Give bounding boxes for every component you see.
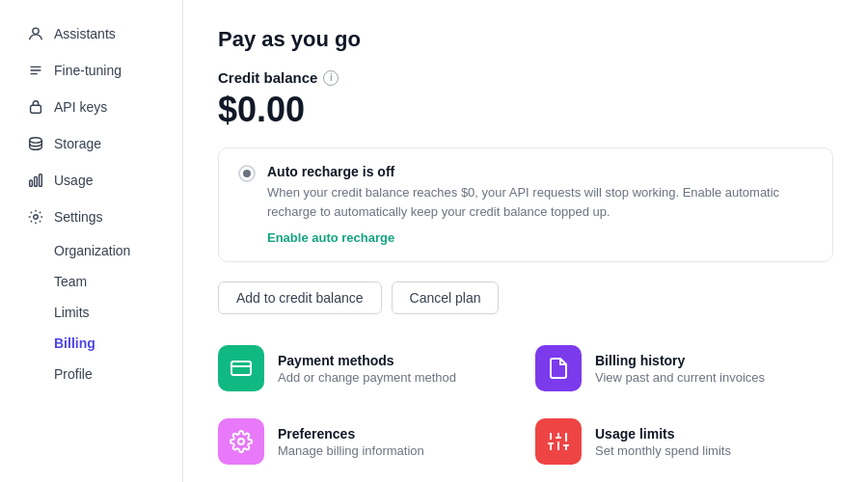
sidebar: Assistants Fine-tuning API keys Storage — [0, 0, 183, 482]
credit-label: Credit balance i — [218, 69, 833, 86]
sidebar-sub-item-team[interactable]: Team — [8, 267, 175, 296]
svg-point-8 — [238, 439, 244, 444]
sub-item-label: Team — [54, 274, 87, 289]
preferences-desc: Manage billing information — [278, 443, 424, 458]
recharge-description: When your credit balance reaches $0, you… — [267, 183, 813, 221]
sub-item-label: Billing — [54, 335, 95, 351]
payment-methods-text: Payment methods Add or change payment me… — [278, 353, 456, 385]
svg-rect-7 — [231, 362, 251, 375]
credit-section: Credit balance i $0.00 — [218, 69, 833, 130]
api-keys-icon — [27, 98, 44, 116]
sidebar-sub-item-organization[interactable]: Organization — [8, 236, 175, 265]
enable-auto-recharge-link[interactable]: Enable auto recharge — [267, 230, 394, 245]
assistants-icon — [27, 25, 44, 42]
sub-item-label: Organization — [54, 243, 130, 258]
usage-icon — [27, 172, 44, 189]
preferences-icon — [218, 418, 264, 465]
billing-history-card[interactable]: Billing history View past and current in… — [535, 341, 833, 395]
info-icon[interactable]: i — [323, 70, 339, 86]
svg-point-6 — [34, 215, 39, 220]
sidebar-sub-item-profile[interactable]: Profile — [8, 360, 175, 388]
sidebar-item-label: Settings — [54, 209, 103, 225]
sidebar-item-label: Usage — [54, 173, 93, 188]
credit-amount: $0.00 — [218, 90, 833, 130]
sidebar-item-assistants[interactable]: Assistants — [8, 16, 175, 51]
usage-limits-title: Usage limits — [595, 426, 731, 442]
recharge-notice: Auto recharge is off When your credit ba… — [218, 147, 833, 262]
fine-tuning-icon — [27, 62, 44, 79]
sidebar-sub-item-limits[interactable]: Limits — [8, 298, 175, 327]
radio-inner — [243, 170, 251, 177]
billing-history-desc: View past and current invoices — [595, 370, 765, 385]
usage-limits-text: Usage limits Set monthly spend limits — [595, 426, 731, 458]
sidebar-item-usage[interactable]: Usage — [8, 163, 175, 198]
svg-rect-4 — [35, 176, 38, 186]
sidebar-item-label: Storage — [54, 136, 101, 151]
usage-limits-card[interactable]: Usage limits Set monthly spend limits — [535, 415, 833, 469]
billing-history-text: Billing history View past and current in… — [595, 353, 765, 385]
action-buttons: Add to credit balance Cancel plan — [218, 281, 833, 314]
preferences-card[interactable]: Preferences Manage billing information — [218, 415, 516, 469]
sidebar-item-label: Fine-tuning — [54, 63, 122, 78]
page-title: Pay as you go — [218, 27, 833, 52]
svg-rect-1 — [31, 105, 41, 113]
add-credit-button[interactable]: Add to credit balance — [218, 281, 382, 314]
payment-methods-icon — [218, 345, 264, 391]
billing-history-title: Billing history — [595, 353, 765, 368]
sub-item-label: Limits — [54, 305, 90, 320]
sidebar-sub-item-billing[interactable]: Billing — [8, 329, 175, 358]
recharge-radio[interactable] — [238, 165, 256, 182]
usage-limits-icon — [535, 418, 582, 465]
svg-rect-5 — [40, 174, 42, 187]
preferences-title: Preferences — [278, 426, 424, 442]
storage-icon — [27, 135, 44, 152]
sidebar-item-settings[interactable]: Settings — [8, 200, 175, 234]
usage-limits-desc: Set monthly spend limits — [595, 443, 731, 458]
recharge-content: Auto recharge is off When your credit ba… — [267, 164, 813, 246]
billing-history-icon — [535, 345, 582, 391]
svg-point-0 — [33, 28, 39, 34]
sidebar-item-fine-tuning[interactable]: Fine-tuning — [8, 53, 175, 88]
sidebar-item-label: API keys — [54, 99, 107, 115]
svg-point-2 — [30, 138, 42, 143]
settings-icon — [27, 208, 44, 226]
sub-item-label: Profile — [54, 366, 93, 382]
main-content: Pay as you go Credit balance i $0.00 Aut… — [183, 0, 868, 482]
sidebar-item-label: Assistants — [54, 26, 116, 41]
sidebar-item-storage[interactable]: Storage — [8, 126, 175, 161]
payment-methods-card[interactable]: Payment methods Add or change payment me… — [218, 341, 516, 395]
payment-methods-desc: Add or change payment method — [278, 370, 456, 385]
cancel-plan-button[interactable]: Cancel plan — [392, 281, 500, 314]
recharge-title: Auto recharge is off — [267, 164, 813, 179]
svg-rect-3 — [30, 180, 33, 186]
preferences-text: Preferences Manage billing information — [278, 426, 424, 458]
sidebar-item-api-keys[interactable]: API keys — [8, 90, 175, 124]
feature-cards: Payment methods Add or change payment me… — [218, 341, 833, 469]
payment-methods-title: Payment methods — [278, 353, 456, 368]
